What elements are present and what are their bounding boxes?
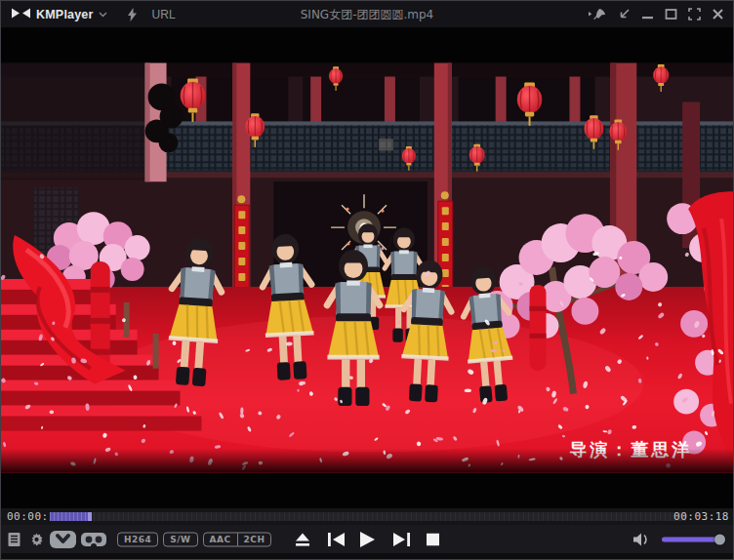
speaker-icon[interactable]: [632, 532, 649, 546]
audio-badges: AAC 2CH: [203, 532, 272, 546]
settings-gear-icon[interactable]: [29, 532, 44, 546]
window-title: SING女团-团团圆圆.mp4: [301, 6, 434, 22]
pin-always-on-top-icon[interactable]: [589, 8, 607, 20]
channels-badge: 2CH: [237, 533, 271, 545]
lightning-bolt-icon[interactable]: [127, 8, 138, 21]
seek-bar[interactable]: [50, 512, 686, 521]
duration-time: 00:03:18: [673, 510, 729, 523]
previous-button[interactable]: [328, 533, 345, 546]
minimize-button[interactable]: [641, 8, 654, 20]
titlebar[interactable]: KMPlayer URL SING女团-团团圆圆.mp4: [1, 1, 733, 28]
bottom-strip: [1, 553, 733, 559]
volume-slider[interactable]: [662, 537, 724, 541]
video-codec-badge: H264: [117, 532, 158, 546]
play-button[interactable]: [360, 532, 375, 547]
kmplayer-logo-icon: [11, 6, 31, 23]
close-button[interactable]: [712, 8, 724, 20]
snap-corner-arrow-icon[interactable]: [618, 8, 631, 20]
kmplayer-window: KMPlayer URL SING女团-团团圆圆.mp4: [0, 0, 734, 560]
maximize-button[interactable]: [665, 8, 677, 20]
chevron-down-icon[interactable]: [99, 12, 107, 18]
vr-goggles-button[interactable]: [81, 532, 106, 547]
fullscreen-button[interactable]: [688, 8, 701, 20]
eject-button[interactable]: [295, 532, 310, 546]
playlist-button[interactable]: [8, 532, 20, 546]
codec-badges: H264 S/W AAC 2CH: [117, 532, 271, 546]
app-menu-button[interactable]: KMPlayer: [36, 8, 94, 21]
control-bar: 00:00:10 00:03:18 H264 S/W: [1, 508, 733, 559]
stop-button[interactable]: [427, 533, 439, 545]
download-arrow-button[interactable]: [50, 531, 76, 548]
next-button[interactable]: [393, 533, 410, 546]
decoder-badge: S/W: [163, 532, 197, 546]
volume-knob[interactable]: [714, 534, 725, 544]
progress-fill: [50, 512, 92, 521]
volume-fill: [662, 537, 719, 541]
wall-plaque: [379, 139, 393, 150]
video-display-area[interactable]: 导演：董思洋: [1, 28, 733, 508]
url-button[interactable]: URL: [152, 8, 176, 21]
audio-codec-badge: AAC: [204, 533, 237, 545]
video-frame[interactable]: 导演：董思洋: [1, 62, 733, 473]
